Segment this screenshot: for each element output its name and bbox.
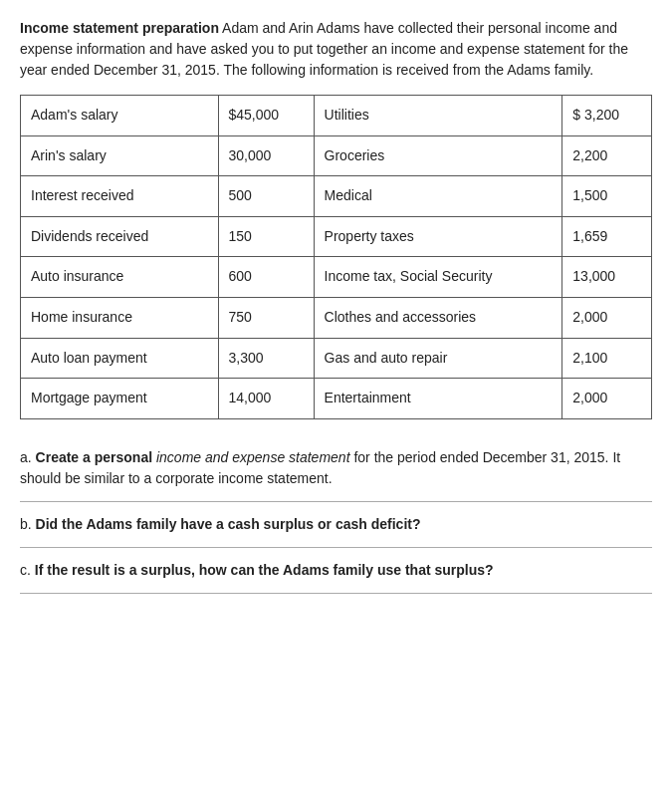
col-label1-7: Mortgage payment [21, 379, 219, 419]
table-row: Adam's salary $45,000 Utilities $ 3,200 [21, 96, 652, 136]
col-val2-6: 2,100 [562, 338, 652, 379]
col-val1-2: 500 [218, 176, 314, 217]
col-val2-7: 2,000 [562, 379, 652, 419]
col-val2-4: 13,000 [562, 257, 652, 298]
col-val2-5: 2,000 [562, 297, 652, 338]
col-label2-2: Medical [314, 176, 562, 217]
question-c-content: If the result is a surplus, how can the … [35, 562, 494, 578]
col-label1-6: Auto loan payment [21, 338, 219, 379]
question-a-content: Create a personal income and expense sta… [20, 449, 620, 486]
col-val1-5: 750 [218, 297, 314, 338]
col-val1-6: 3,300 [218, 338, 314, 379]
table-row: Dividends received 150 Property taxes 1,… [21, 216, 652, 257]
questions-section: a. Create a personal income and expense … [20, 435, 652, 594]
question-c-letter: c. [20, 562, 35, 578]
question-c: c. If the result is a surplus, how can t… [20, 548, 652, 594]
col-val2-2: 1,500 [562, 176, 652, 217]
col-val2-0: $ 3,200 [562, 96, 652, 136]
col-label1-0: Adam's salary [21, 96, 219, 136]
col-label1-1: Arin's salary [21, 135, 219, 176]
question-b-content: Did the Adams family have a cash surplus… [36, 516, 421, 532]
data-table: Adam's salary $45,000 Utilities $ 3,200 … [20, 95, 652, 419]
col-label1-5: Home insurance [21, 297, 219, 338]
table-row: Arin's salary 30,000 Groceries 2,200 [21, 135, 652, 176]
col-label1-3: Dividends received [21, 216, 219, 257]
question-a: a. Create a personal income and expense … [20, 435, 652, 502]
col-val1-7: 14,000 [218, 379, 314, 419]
col-label1-2: Interest received [21, 176, 219, 217]
question-b: b. Did the Adams family have a cash surp… [20, 502, 652, 548]
table-row: Mortgage payment 14,000 Entertainment 2,… [21, 379, 652, 419]
table-row: Auto loan payment 3,300 Gas and auto rep… [21, 338, 652, 379]
col-val2-3: 1,659 [562, 216, 652, 257]
col-label2-3: Property taxes [314, 216, 562, 257]
question-a-letter: a. [20, 449, 36, 465]
col-val1-3: 150 [218, 216, 314, 257]
table-row: Home insurance 750 Clothes and accessori… [21, 297, 652, 338]
col-val1-4: 600 [218, 257, 314, 298]
table-row: Interest received 500 Medical 1,500 [21, 176, 652, 217]
col-label2-1: Groceries [314, 135, 562, 176]
col-val2-1: 2,200 [562, 135, 652, 176]
question-b-letter: b. [20, 516, 36, 532]
intro-bold: Income statement preparation [20, 20, 219, 36]
col-label2-6: Gas and auto repair [314, 338, 562, 379]
intro-paragraph: Income statement preparation Adam and Ar… [20, 18, 652, 81]
table-row: Auto insurance 600 Income tax, Social Se… [21, 257, 652, 298]
col-val1-0: $45,000 [218, 96, 314, 136]
col-label1-4: Auto insurance [21, 257, 219, 298]
col-label2-4: Income tax, Social Security [314, 257, 562, 298]
col-label2-0: Utilities [314, 96, 562, 136]
col-label2-7: Entertainment [314, 379, 562, 419]
col-val1-1: 30,000 [218, 135, 314, 176]
col-label2-5: Clothes and accessories [314, 297, 562, 338]
